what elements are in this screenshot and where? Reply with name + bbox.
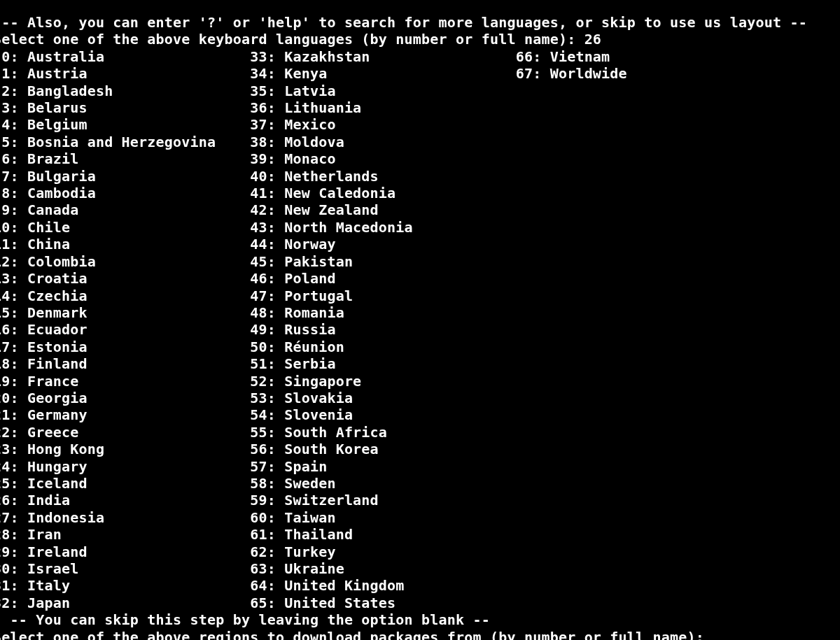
region-row: 0: Australia 33: Kazakhstan 66: Vietnam (0, 48, 833, 65)
region-row: 1: Austria 34: Kenya 67: Worldwide (0, 65, 833, 82)
skip-hint: -- You can skip this step by leaving the… (0, 611, 833, 628)
region-row: 23: Hong Kong 56: South Korea (0, 441, 833, 457)
region-row: 6: Brazil 39: Monaco (0, 150, 833, 167)
region-row: 2: Bangladesh 35: Latvia (0, 83, 833, 99)
region-row: 29: Ireland 62: Turkey (0, 543, 833, 560)
region-row: 4: Belgium 37: Mexico (0, 116, 833, 133)
region-row: 19: France 52: Singapore (0, 373, 833, 390)
region-row: 18: Finland 51: Serbia (0, 355, 833, 372)
region-row: 31: Italy 64: United Kingdom (0, 577, 833, 594)
region-row: 7: Bulgaria 40: Netherlands (0, 168, 833, 185)
region-prompt[interactable]: Select one of the above regions to downl… (0, 629, 833, 640)
region-row: 32: Japan 65: United States (0, 595, 833, 611)
region-row: 3: Belarus 36: Lithuania (0, 99, 833, 116)
region-row: 9: Canada 42: New Zealand (0, 201, 833, 218)
region-row: 26: India 59: Switzerland (0, 492, 833, 509)
region-row: 15: Denmark 48: Romania (0, 304, 833, 321)
hint-line: -- Also, you can enter '?' or 'help' to … (0, 14, 833, 31)
region-row: 24: Hungary 57: Spain (0, 458, 833, 475)
region-row: 30: Israel 63: Ukraine (0, 560, 833, 577)
region-row: 17: Estonia 50: Réunion (0, 339, 833, 355)
region-row: 13: Croatia 46: Poland (0, 270, 833, 287)
region-row: 10: Chile 43: North Macedonia (0, 219, 833, 236)
region-row: 25: Iceland 58: Sweden (0, 475, 833, 492)
terminal-screen[interactable]: -- Also, you can enter '?' or 'help' to … (0, 14, 833, 640)
region-row: 12: Colombia 45: Pakistan (0, 253, 833, 270)
region-row: 20: Georgia 53: Slovakia (0, 390, 833, 406)
region-row: 21: Germany 54: Slovenia (0, 406, 833, 423)
region-row: 22: Greece 55: South Africa (0, 424, 833, 441)
region-row: 11: China 44: Norway (0, 236, 833, 253)
language-prompt[interactable]: Select one of the above keyboard languag… (0, 31, 833, 48)
region-row: 5: Bosnia and Herzegovina 38: Moldova (0, 134, 833, 150)
region-row: 14: Czechia 47: Portugal (0, 287, 833, 304)
region-row: 8: Cambodia 41: New Caledonia (0, 185, 833, 201)
region-row: 16: Ecuador 49: Russia (0, 321, 833, 338)
region-row: 27: Indonesia 60: Taiwan (0, 509, 833, 526)
region-row: 28: Iran 61: Thailand (0, 526, 833, 543)
